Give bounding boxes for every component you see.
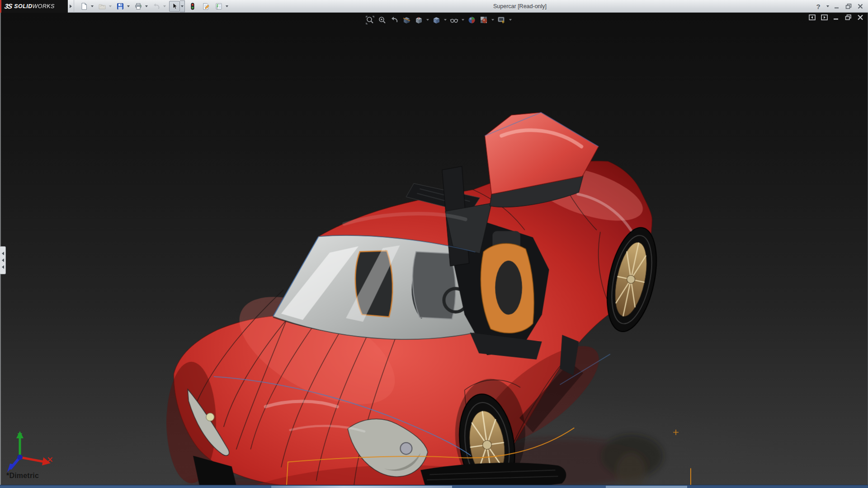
eyeglasses-icon bbox=[450, 16, 458, 24]
printer-icon bbox=[135, 3, 142, 10]
doc-minimize-button[interactable] bbox=[833, 14, 840, 20]
help-dropdown[interactable] bbox=[825, 1, 830, 12]
file-properties-icon bbox=[202, 3, 209, 10]
display-style-button[interactable] bbox=[431, 14, 442, 25]
close-icon bbox=[857, 3, 863, 9]
standard-toolbar bbox=[74, 0, 231, 13]
help-button[interactable]: ? bbox=[813, 1, 823, 11]
taskbar-edge bbox=[0, 485, 868, 488]
open-button[interactable] bbox=[97, 1, 108, 12]
view-orientation-label: *Dimetric bbox=[6, 472, 39, 480]
select-tool-button[interactable] bbox=[169, 1, 180, 12]
section-view-button[interactable] bbox=[401, 14, 412, 25]
options-dropdown[interactable] bbox=[224, 1, 229, 12]
minimize-icon bbox=[834, 3, 840, 9]
section-view-icon bbox=[402, 16, 411, 24]
window-title: Supercar [Read-only] bbox=[461, 0, 579, 13]
pane-right-icon bbox=[821, 14, 828, 20]
save-floppy-icon bbox=[117, 3, 124, 10]
solidworks-window: 3S SOLIDWORKS bbox=[0, 0, 868, 488]
new-document-button[interactable] bbox=[79, 1, 90, 12]
chevron-left-icon bbox=[2, 252, 4, 255]
save-button[interactable] bbox=[115, 1, 126, 12]
hide-show-items-dropdown[interactable] bbox=[461, 14, 465, 25]
chevron-left-icon bbox=[2, 258, 4, 262]
chevron-left-icon bbox=[2, 265, 4, 269]
document-window-controls bbox=[809, 14, 863, 20]
apply-scene-icon bbox=[480, 16, 488, 24]
doc-close-icon bbox=[857, 14, 863, 20]
chevron-right-icon bbox=[70, 5, 72, 8]
doc-restore-icon bbox=[845, 14, 852, 20]
dassault-3ds-icon: 3S bbox=[4, 2, 13, 10]
new-document-dropdown[interactable] bbox=[90, 1, 94, 12]
graphics-area[interactable]: *Dimetric bbox=[0, 13, 868, 485]
pane-left-icon bbox=[809, 14, 816, 20]
new-document-icon bbox=[80, 3, 88, 10]
view-orientation-button[interactable] bbox=[413, 14, 424, 25]
apply-scene-dropdown[interactable] bbox=[491, 14, 495, 25]
reference-triad bbox=[5, 429, 54, 477]
view-settings-dropdown[interactable] bbox=[508, 14, 512, 25]
doc-minimize-icon bbox=[833, 14, 840, 20]
doc-restore-button[interactable] bbox=[845, 14, 852, 20]
solidworks-logo: 3S SOLIDWORKS bbox=[0, 0, 68, 13]
previous-view-icon bbox=[390, 16, 399, 24]
view-settings-button[interactable] bbox=[496, 14, 507, 25]
open-folder-icon bbox=[99, 3, 106, 10]
doc-close-button[interactable] bbox=[857, 14, 863, 20]
cursor-arrow-icon bbox=[171, 3, 178, 10]
zoom-to-area-icon bbox=[378, 16, 387, 24]
view-orientation-cube-icon bbox=[415, 16, 423, 24]
options-button[interactable] bbox=[213, 1, 224, 12]
view-orientation-dropdown[interactable] bbox=[425, 14, 429, 25]
minimize-button[interactable] bbox=[832, 1, 842, 11]
menu-expand-arrow[interactable] bbox=[68, 0, 74, 13]
print-button[interactable] bbox=[133, 1, 144, 12]
edit-appearance-button[interactable] bbox=[466, 14, 477, 25]
supercar-3d-model[interactable] bbox=[0, 13, 868, 485]
save-dropdown[interactable] bbox=[126, 1, 131, 12]
pane-right-toggle[interactable] bbox=[821, 14, 828, 20]
title-bar: 3S SOLIDWORKS bbox=[0, 0, 868, 13]
appearance-sphere-icon bbox=[467, 16, 476, 24]
view-settings-icon bbox=[497, 16, 506, 24]
undo-dropdown[interactable] bbox=[162, 1, 167, 12]
featuremanager-collapsed-tab[interactable] bbox=[0, 246, 6, 274]
restore-icon bbox=[845, 3, 852, 9]
select-tool-dropdown[interactable] bbox=[180, 0, 185, 12]
options-checklist-icon bbox=[215, 3, 222, 10]
undo-arrow-icon bbox=[153, 3, 160, 10]
titlebar-controls: ? bbox=[813, 0, 865, 13]
pane-left-toggle[interactable] bbox=[809, 14, 816, 20]
print-dropdown[interactable] bbox=[144, 1, 149, 12]
headsup-view-toolbar bbox=[364, 14, 512, 26]
close-button[interactable] bbox=[855, 1, 865, 11]
open-dropdown[interactable] bbox=[108, 1, 113, 12]
traffic-light-icon bbox=[189, 3, 196, 10]
display-style-cube-icon bbox=[432, 16, 441, 24]
rebuild-button[interactable] bbox=[187, 1, 198, 12]
previous-view-button[interactable] bbox=[389, 14, 400, 25]
file-properties-button[interactable] bbox=[200, 1, 211, 12]
brand-wordmark: SOLIDWORKS bbox=[14, 3, 54, 9]
restore-button[interactable] bbox=[844, 1, 854, 11]
zoom-to-area-button[interactable] bbox=[377, 14, 387, 25]
apply-scene-button[interactable] bbox=[478, 14, 489, 25]
zoom-to-fit-icon bbox=[366, 16, 374, 24]
display-style-dropdown[interactable] bbox=[443, 14, 447, 25]
hide-show-items-button[interactable] bbox=[448, 14, 459, 25]
undo-button[interactable] bbox=[151, 1, 162, 12]
zoom-to-fit-button[interactable] bbox=[364, 14, 375, 25]
logo-red-sliver bbox=[0, 0, 1, 13]
